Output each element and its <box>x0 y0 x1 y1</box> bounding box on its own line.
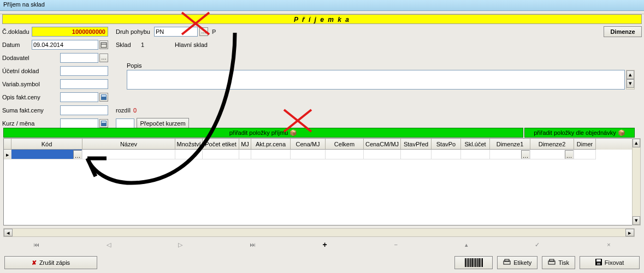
field-opis-fakt-ceny[interactable] <box>60 92 98 102</box>
cell-dimenze2[interactable]: … <box>530 150 574 159</box>
cell-cenacm-mj[interactable] <box>364 150 401 159</box>
row-indicator-icon: ▸ <box>4 150 11 159</box>
field-popis[interactable] <box>127 70 625 90</box>
svg-rect-11 <box>596 259 601 262</box>
field-ucetni-doklad[interactable] <box>60 66 108 76</box>
nav-edit-icon[interactable]: ▴ <box>465 241 468 248</box>
col-nazev[interactable]: Název <box>82 139 175 150</box>
grid-vscroll[interactable]: ▴ ▾ <box>632 138 641 225</box>
items-grid[interactable]: Kód Název Množství Počet etiket MJ Akt.p… <box>3 138 641 225</box>
lookup-dim2-icon[interactable]: … <box>565 150 574 159</box>
priradit-obj-button[interactable]: přiřadit položky dle objednávky 📦 <box>524 128 635 138</box>
save-icon <box>595 259 602 266</box>
fixovat-label: Fixovat <box>605 259 624 266</box>
field-variab-symbol[interactable] <box>60 79 108 89</box>
prepocet-button[interactable]: Přepočet kurzem <box>137 118 189 129</box>
scroll-up-icon[interactable]: ▴ <box>633 139 640 147</box>
sklad-number: 1 <box>141 41 144 48</box>
nav-first-icon[interactable]: ⏮ <box>33 241 39 248</box>
field-druh-pohybu[interactable]: PN <box>154 27 198 37</box>
scroll-down-icon[interactable]: ▾ <box>627 79 634 88</box>
sklad-name: Hlavní sklad <box>175 41 208 48</box>
col-dimenze1[interactable]: Dimenze1 <box>490 139 530 150</box>
scroll-up-icon[interactable]: ▴ <box>627 70 634 79</box>
scroll-track[interactable] <box>13 229 625 236</box>
etikety-button[interactable]: Etikety <box>497 256 537 269</box>
label-druh-pohybu: Druh pohybu <box>116 28 150 35</box>
col-stavpred[interactable]: StavPřed <box>401 139 432 150</box>
field-datum[interactable]: 09.04.2014 <box>32 40 98 50</box>
nav-add-icon[interactable]: + <box>322 240 327 249</box>
zrusit-label: Zrušit zápis <box>39 259 70 266</box>
cell-kod[interactable]: … <box>11 150 82 159</box>
popis-scrollbar[interactable]: ▴ ▾ <box>626 70 635 90</box>
calendar-picker-icon[interactable] <box>99 40 108 49</box>
col-kod[interactable]: Kód <box>11 139 82 150</box>
scroll-track[interactable] <box>633 147 640 216</box>
lookup-dodavatel-icon[interactable]: … <box>99 54 108 62</box>
scroll-right-icon[interactable]: ▸ <box>625 229 634 236</box>
field-dodavatel[interactable] <box>60 53 98 63</box>
cell-pocet-etiket[interactable] <box>203 150 239 159</box>
cell-stavpo[interactable] <box>432 150 461 159</box>
col-dimer[interactable]: Dimer <box>574 139 596 150</box>
col-stavpo[interactable]: StavPo <box>432 139 461 150</box>
col-mj[interactable]: MJ <box>239 139 251 150</box>
fixovat-button[interactable]: Fixovat <box>580 256 640 269</box>
nav-next-icon[interactable]: ▷ <box>178 241 182 248</box>
cell-mnozstvi[interactable] <box>175 150 203 159</box>
col-cena-mj[interactable]: Cena/MJ <box>291 139 326 150</box>
field-c-dokladu[interactable]: 1000000000 <box>32 27 108 37</box>
nav-last-icon[interactable]: ⏭ <box>250 241 256 248</box>
cell-nazev[interactable] <box>82 150 175 159</box>
priradit-prijmu-label: přiřadit položky příjmu <box>229 129 288 136</box>
cell-mj[interactable] <box>239 150 251 159</box>
field-kurz[interactable] <box>60 118 98 128</box>
label-ucetni-doklad: Účetní doklad <box>2 68 39 74</box>
zrusit-button[interactable]: ✘ Zrušit zápis <box>4 256 97 269</box>
nav-post-icon[interactable]: ✓ <box>535 241 540 248</box>
field-mena[interactable] <box>116 118 134 128</box>
col-akt-pr-cena[interactable]: Akt.pr.cena <box>251 139 291 150</box>
col-sklucet[interactable]: Skl.účet <box>461 139 490 150</box>
cell-stavpred[interactable] <box>401 150 432 159</box>
grid-header: Kód Název Množství Počet etiket MJ Akt.p… <box>4 139 640 150</box>
priradit-prijmu-button[interactable]: přiřadit položky příjmu 📦 <box>3 128 523 138</box>
col-dimenze2[interactable]: Dimenze2 <box>530 139 574 150</box>
grid-hscroll[interactable]: ◂ ▸ <box>3 228 635 237</box>
cell-cena-mj[interactable] <box>291 150 326 159</box>
cell-dimenze1[interactable]: … <box>490 150 530 159</box>
cell-dimer[interactable] <box>574 150 596 159</box>
scroll-down-icon[interactable]: ▾ <box>633 216 640 225</box>
window-titlebar: Příjem na sklad <box>0 0 644 11</box>
calculator-opis-icon[interactable] <box>99 93 108 102</box>
barcode-button[interactable] <box>454 256 493 269</box>
table-row[interactable]: ▸ … … … <box>4 150 640 159</box>
calculator-kurz-icon[interactable] <box>99 119 108 128</box>
printer-icon <box>503 259 511 266</box>
nav-delete-icon[interactable]: − <box>394 241 397 248</box>
tisk-button[interactable]: Tisk <box>542 256 575 269</box>
cell-sklucet[interactable] <box>461 150 490 159</box>
col-pocet-etiket[interactable]: Počet etiket <box>203 139 239 150</box>
lookup-dim1-icon[interactable]: … <box>521 150 530 159</box>
box-icon: 📦 <box>289 129 297 136</box>
cell-celkem[interactable] <box>326 150 364 159</box>
label-rozdil: rozdíl <box>116 107 131 114</box>
lookup-druh-icon[interactable]: … <box>199 27 208 36</box>
record-navigator: ⏮ ◁ ▷ ⏭ + − ▴ ✓ × <box>0 239 644 250</box>
lookup-kod-icon[interactable]: … <box>73 150 82 159</box>
field-suma-fakt-ceny[interactable] <box>60 105 108 115</box>
priradit-obj-label: přiřadit položky dle objednávky <box>534 129 616 136</box>
svg-rect-3 <box>102 95 106 97</box>
col-mnozstvi[interactable]: Množství <box>175 139 203 150</box>
dimenze-button[interactable]: Dimenze <box>604 26 642 37</box>
nav-prev-icon[interactable]: ◁ <box>107 241 111 248</box>
window-title: Příjem na sklad <box>3 1 45 8</box>
tisk-label: Tisk <box>558 259 569 266</box>
col-celkem[interactable]: Celkem <box>326 139 364 150</box>
scroll-left-icon[interactable]: ◂ <box>4 229 13 236</box>
nav-cancel-icon[interactable]: × <box>607 241 610 248</box>
col-cenacm-mj[interactable]: CenaCM/MJ <box>364 139 401 150</box>
cell-akt-pr-cena[interactable] <box>251 150 291 159</box>
